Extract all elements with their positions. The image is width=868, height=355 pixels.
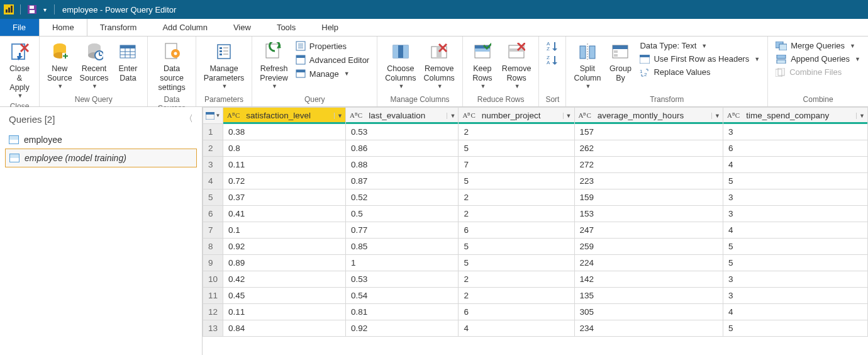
tab-view[interactable]: View [221, 19, 264, 36]
properties-button[interactable]: Properties [294, 40, 370, 52]
column-header-time_spend_company[interactable]: AᴮCtime_spend_company▼ [723, 108, 867, 124]
cell[interactable]: 0.86 [345, 140, 459, 157]
close-apply-button[interactable]: Close & Apply▼ [4, 39, 35, 101]
cell[interactable]: 5 [459, 140, 574, 157]
cell[interactable]: 4 [723, 222, 867, 239]
tab-tools[interactable]: Tools [264, 19, 309, 36]
cell[interactable]: 0.77 [345, 222, 459, 239]
cell[interactable]: 1 [345, 255, 459, 271]
cell[interactable]: 4 [723, 157, 867, 173]
cell[interactable]: 153 [574, 206, 723, 222]
cell[interactable]: 5 [459, 255, 574, 271]
row-number[interactable]: 3 [203, 157, 223, 173]
cell[interactable]: 3 [723, 189, 867, 206]
filter-icon[interactable]: ▼ [711, 113, 723, 119]
tab-home[interactable]: Home [39, 19, 87, 36]
cell[interactable]: 0.89 [223, 255, 346, 271]
cell[interactable]: 0.87 [345, 173, 459, 189]
cell[interactable]: 5 [723, 320, 867, 337]
row-number[interactable]: 12 [203, 304, 223, 320]
keep-rows-button[interactable]: Keep Rows▼ [467, 39, 498, 91]
cell[interactable]: 0.42 [223, 271, 346, 288]
cell[interactable]: 157 [574, 124, 723, 140]
group-by-button[interactable]: Group By [604, 39, 636, 84]
row-number[interactable]: 5 [203, 189, 223, 206]
cell[interactable]: 4 [459, 320, 574, 337]
cell[interactable]: 305 [574, 304, 723, 320]
cell[interactable]: 0.92 [223, 239, 346, 255]
tab-file[interactable]: File [0, 19, 39, 36]
cell[interactable]: 262 [574, 140, 723, 157]
row-number[interactable]: 7 [203, 222, 223, 239]
choose-columns-button[interactable]: Choose Columns▼ [381, 39, 420, 91]
cell[interactable]: 247 [574, 222, 723, 239]
cell[interactable]: 0.8 [223, 140, 346, 157]
remove-rows-button[interactable]: Remove Rows▼ [498, 39, 535, 91]
row-number[interactable]: 13 [203, 320, 223, 337]
cell[interactable]: 2 [459, 124, 574, 140]
manage-query-button[interactable]: Manage▼ [294, 68, 370, 79]
cell[interactable]: 259 [574, 239, 723, 255]
column-header-number_project[interactable]: AᴮCnumber_project▼ [459, 108, 574, 124]
cell[interactable]: 5 [723, 239, 867, 255]
cell[interactable]: 6 [723, 140, 867, 157]
cell[interactable]: 0.81 [345, 304, 459, 320]
tab-help[interactable]: Help [309, 19, 352, 36]
filter-icon[interactable]: ▼ [447, 113, 458, 119]
cell[interactable]: 2 [459, 288, 574, 304]
cell[interactable]: 2 [459, 271, 574, 288]
filter-icon[interactable]: ▼ [563, 113, 574, 119]
cell[interactable]: 5 [459, 173, 574, 189]
data-grid[interactable]: ▼AᴮCsatisfaction_level▼AᴮClast_evaluatio… [203, 107, 868, 355]
column-header-satisfaction_level[interactable]: AᴮCsatisfaction_level▼ [223, 108, 346, 124]
qat-dropdown-icon[interactable]: ▾ [43, 6, 47, 13]
row-number[interactable]: 2 [203, 140, 223, 157]
data-type-button[interactable]: Data Type: Text▼ [638, 40, 761, 51]
cell[interactable]: 0.53 [345, 271, 459, 288]
append-queries-button[interactable]: Append Queries▼ [774, 54, 862, 64]
cell[interactable]: 0.45 [223, 288, 346, 304]
query-item-employee-model-training[interactable]: employee (model training) [5, 149, 197, 167]
row-number[interactable]: 4 [203, 173, 223, 189]
cell[interactable]: 159 [574, 189, 723, 206]
tab-add-column[interactable]: Add Column [150, 19, 221, 36]
row-number[interactable]: 6 [203, 206, 223, 222]
cell[interactable]: 0.41 [223, 206, 346, 222]
split-column-button[interactable]: Split Column▼ [570, 39, 604, 91]
cell[interactable]: 2 [459, 206, 574, 222]
cell[interactable]: 5 [723, 173, 867, 189]
first-row-headers-button[interactable]: Use First Row as Headers▼ [638, 54, 761, 64]
sort-asc-button[interactable]: AZ [545, 40, 559, 52]
cell[interactable]: 0.72 [223, 173, 346, 189]
remove-columns-button[interactable]: Remove Columns▼ [420, 39, 459, 91]
cell[interactable]: 0.53 [345, 124, 459, 140]
column-header-average_montly_hours[interactable]: AᴮCaverage_montly_hours▼ [574, 108, 723, 124]
cell[interactable]: 0.84 [223, 320, 346, 337]
cell[interactable]: 0.11 [223, 304, 346, 320]
cell[interactable]: 0.5 [345, 206, 459, 222]
tab-transform[interactable]: Transform [87, 19, 150, 36]
cell[interactable]: 6 [459, 222, 574, 239]
cell[interactable]: 3 [723, 288, 867, 304]
sort-desc-button[interactable]: ZA [545, 54, 559, 65]
manage-parameters-button[interactable]: Manage Parameters▼ [200, 39, 248, 91]
row-number[interactable]: 1 [203, 124, 223, 140]
advanced-editor-button[interactable]: Advanced Editor [294, 54, 370, 65]
cell[interactable]: 0.11 [223, 157, 346, 173]
recent-sources-button[interactable]: Recent Sources▼ [76, 39, 113, 91]
new-source-button[interactable]: New Source▼ [43, 39, 76, 91]
cell[interactable]: 0.85 [345, 239, 459, 255]
refresh-preview-button[interactable]: Refresh Preview▼ [256, 39, 291, 91]
collapse-queries-icon[interactable]: 〈 [184, 113, 193, 125]
row-number[interactable]: 9 [203, 255, 223, 271]
cell[interactable]: 0.54 [345, 288, 459, 304]
row-number[interactable]: 10 [203, 271, 223, 288]
cell[interactable]: 6 [459, 304, 574, 320]
cell[interactable]: 7 [459, 157, 574, 173]
replace-values-button[interactable]: 12 Replace Values [638, 67, 761, 77]
cell[interactable]: 0.92 [345, 320, 459, 337]
filter-icon[interactable]: ▼ [856, 113, 867, 119]
cell[interactable]: 272 [574, 157, 723, 173]
merge-queries-button[interactable]: Merge Queries▼ [774, 40, 862, 51]
column-header-last_evaluation[interactable]: AᴮClast_evaluation▼ [345, 108, 459, 124]
